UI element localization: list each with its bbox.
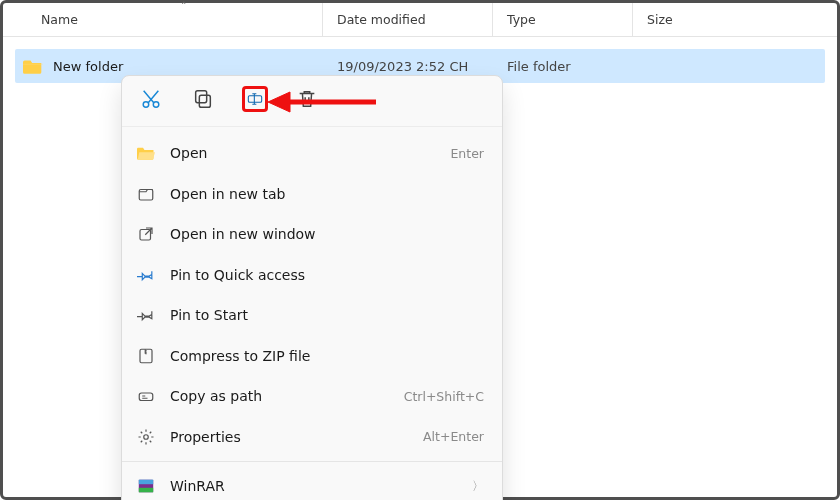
file-name: New folder	[53, 59, 123, 74]
menu-label: Open	[170, 145, 436, 161]
svg-rect-3	[196, 91, 207, 103]
properties-icon	[136, 427, 156, 447]
menu-copy-path[interactable]: Copy as path Ctrl+Shift+C	[122, 376, 502, 417]
menu-label: Properties	[170, 429, 409, 445]
menu-compress-zip[interactable]: Compress to ZIP file	[122, 336, 502, 377]
menu-shortcut: Ctrl+Shift+C	[404, 389, 484, 404]
column-header-date[interactable]: Date modified	[323, 3, 493, 36]
menu-separator	[122, 461, 502, 462]
sort-indicator-icon: ˄	[181, 0, 187, 13]
menu-properties[interactable]: Properties Alt+Enter	[122, 417, 502, 458]
column-header-type[interactable]: Type	[493, 3, 633, 36]
menu-label: Compress to ZIP file	[170, 348, 484, 364]
menu-winrar[interactable]: WinRAR 〉	[122, 466, 502, 500]
menu-label: Pin to Quick access	[170, 267, 484, 283]
column-label: Size	[647, 12, 673, 27]
external-window-icon	[136, 224, 156, 244]
menu-open[interactable]: Open Enter	[122, 133, 502, 174]
folder-open-icon	[136, 143, 156, 163]
menu-open-new-tab[interactable]: Open in new tab	[122, 174, 502, 215]
svg-rect-12	[139, 488, 153, 493]
pin-icon	[136, 305, 156, 325]
menu-open-new-window[interactable]: Open in new window	[122, 214, 502, 255]
menu-pin-start[interactable]: Pin to Start	[122, 295, 502, 336]
menu-label: Pin to Start	[170, 307, 484, 323]
svg-point-0	[143, 102, 149, 108]
copy-path-icon	[136, 386, 156, 406]
menu-label: WinRAR	[170, 478, 458, 494]
tab-icon	[136, 184, 156, 204]
column-header-row: Name ˄ Date modified Type Size	[3, 3, 837, 37]
svg-rect-11	[139, 480, 153, 485]
delete-button[interactable]	[294, 86, 320, 112]
menu-shortcut: Alt+Enter	[423, 429, 484, 444]
file-type: File folder	[493, 59, 633, 74]
menu-pin-quick-access[interactable]: Pin to Quick access	[122, 255, 502, 296]
file-date: 19/09/2023 2:52 CH	[323, 59, 493, 74]
context-menu: Open Enter Open in new tab Open in new w…	[121, 75, 503, 500]
winrar-icon	[136, 476, 156, 496]
menu-label: Copy as path	[170, 388, 390, 404]
column-label: Type	[507, 12, 536, 27]
cut-button[interactable]	[138, 86, 164, 112]
svg-point-1	[153, 102, 159, 108]
menu-label: Open in new window	[170, 226, 484, 242]
copy-button[interactable]	[190, 86, 216, 112]
svg-point-9	[144, 435, 149, 440]
menu-label: Open in new tab	[170, 186, 484, 202]
menu-shortcut: Enter	[450, 146, 484, 161]
svg-rect-4	[248, 96, 261, 103]
zip-icon	[136, 346, 156, 366]
column-header-name[interactable]: Name ˄	[3, 3, 323, 36]
rename-button[interactable]	[242, 86, 268, 112]
pin-icon	[136, 265, 156, 285]
column-header-size[interactable]: Size	[633, 3, 837, 36]
column-label: Date modified	[337, 12, 426, 27]
chevron-right-icon: 〉	[472, 478, 484, 495]
folder-icon	[23, 58, 43, 74]
svg-rect-8	[139, 393, 153, 401]
context-toolbar	[122, 76, 502, 127]
column-label: Name	[41, 12, 78, 27]
svg-rect-2	[199, 95, 210, 107]
